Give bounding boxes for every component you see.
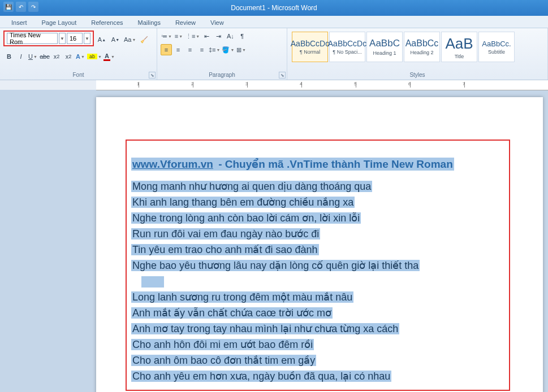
superscript-button[interactable]: x2	[63, 51, 74, 62]
text-line: Run run đôi vai em đau ngày nào bước đi	[131, 226, 504, 242]
font-selector-highlight: Times New Rom ▼ 16 ▼	[3, 31, 94, 46]
horizontal-ruler[interactable]: 1234567	[96, 80, 548, 90]
show-marks-button[interactable]: ¶	[236, 31, 248, 42]
document-workspace: 1234567 www.Vforum.vn - Chuyển mã .VnTim…	[0, 80, 548, 392]
text-line: Anh mắt ấy vẫn chất chứa caœ trời ước mơ	[131, 305, 504, 321]
italic-button[interactable]: I	[15, 51, 27, 62]
tab-page-layout[interactable]: Page Layout	[35, 18, 84, 28]
quick-access-toolbar: 💾 ↶ ↷	[3, 2, 38, 12]
highlight-button[interactable]: ab▼	[87, 51, 102, 62]
text-line: Nghe bao yêu thương lâu nay dặn lòng cố …	[131, 258, 504, 273]
bullets-button[interactable]: ≔▼	[161, 31, 172, 42]
undo-icon[interactable]: ↶	[16, 2, 26, 12]
font-group: Times New Rom ▼ 16 ▼ A▲ A▼ Aa▼ 🧹 B I U▼ …	[0, 28, 157, 80]
change-case-button[interactable]: Aa▼	[123, 34, 136, 45]
borders-button[interactable]: ⊞▼	[235, 44, 247, 55]
numbering-button[interactable]: ≡▼	[173, 31, 184, 42]
ribbon: Times New Rom ▼ 16 ▼ A▲ A▼ Aa▼ 🧹 B I U▼ …	[0, 28, 548, 80]
paragraph-group: ≔▼ ≡▼ ⋮≡▼ ⇤ ⇥ A↓ ¶ ≡ ≡ ≡ ≡ ‡≡▼ 🪣▼ ⊞▼ Par…	[157, 28, 287, 80]
text-line	[131, 273, 504, 289]
underline-button[interactable]: U▼	[27, 51, 38, 62]
style-item[interactable]: AaBbCcDc¶ Normal	[292, 32, 328, 62]
text-line: Nghe trong lòng anh còn bao lời cám ơn, …	[131, 210, 504, 226]
content-highlight-frame: www.Vforum.vn - Chuyển mã .VnTime thành …	[126, 140, 510, 391]
save-icon[interactable]: 💾	[3, 2, 14, 12]
font-name-dropdown-icon[interactable]: ▼	[59, 33, 66, 44]
paragraph-dialog-launcher-icon[interactable]: ⬊	[279, 72, 286, 79]
text-line: Cho anh yêu em hơn xưa, ngày buồn đã qua…	[131, 368, 504, 384]
grow-font-button[interactable]: A▲	[96, 34, 107, 45]
style-item[interactable]: AaBbCc.Subtitle	[478, 32, 515, 62]
tab-references[interactable]: References	[84, 18, 130, 28]
font-dialog-launcher-icon[interactable]: ⬊	[149, 72, 156, 79]
text-effects-button[interactable]: A▼	[75, 51, 86, 62]
text-line: Cho anh hôn đôi mi em ướt bao đêm rồi	[131, 337, 504, 352]
sort-button[interactable]: A↓	[225, 31, 236, 42]
align-left-button[interactable]: ≡	[161, 44, 172, 55]
decrease-indent-button[interactable]: ⇤	[201, 31, 212, 42]
document-heading: www.Vforum.vn - Chuyển mã .VnTime thành …	[131, 158, 504, 171]
ribbon-tabs: Insert Page Layout References Mailings R…	[0, 16, 548, 28]
line-spacing-button[interactable]: ‡≡▼	[208, 44, 221, 55]
bold-button[interactable]: B	[3, 51, 15, 62]
text-line: Anh mơ tay trong tay nhau mình lại như c…	[131, 321, 504, 337]
font-name-combo[interactable]: Times New Rom	[7, 33, 58, 44]
paragraph-group-label: Paragraph	[161, 71, 283, 79]
text-line: Khi anh lang thang bên em đường chiều nắ…	[131, 194, 504, 210]
tab-review[interactable]: Review	[169, 18, 202, 28]
text-line: Tin yêu em trao cho anh mất đi sao đành	[131, 242, 504, 258]
shrink-font-button[interactable]: A▼	[110, 34, 121, 45]
text-line: Cho anh ôm bao cô đơn thắt tim em gầy	[131, 352, 504, 368]
redo-icon[interactable]: ↷	[28, 2, 38, 12]
align-right-button[interactable]: ≡	[184, 44, 196, 55]
font-name-value: Times New Rom	[10, 32, 55, 45]
tab-view[interactable]: View	[204, 18, 231, 28]
text-line: Long lanh sương ru trong đêm một màu mắt…	[131, 289, 504, 305]
styles-group: AaBbCcDc¶ NormalAaBbCcDc¶ No Spaci...AaB…	[287, 28, 548, 80]
font-group-label: Font	[3, 71, 153, 79]
subscript-button[interactable]: x2	[51, 51, 62, 62]
document-body-text[interactable]: Mong manh như hương ai quen dịu dàng tho…	[131, 178, 504, 384]
document-page[interactable]: www.Vforum.vn - Chuyển mã .VnTime thành …	[96, 97, 543, 392]
styles-gallery[interactable]: AaBbCcDc¶ NormalAaBbCcDc¶ No Spaci...AaB…	[291, 31, 544, 63]
title-bar: 💾 ↶ ↷ Document1 - Microsoft Word	[0, 0, 548, 16]
font-size-combo[interactable]: 16	[67, 33, 83, 44]
window-title: Document1 - Microsoft Word	[231, 4, 317, 12]
clear-formatting-button[interactable]: 🧹	[139, 34, 150, 45]
style-item[interactable]: AaBbCHeading 1	[366, 32, 403, 62]
font-size-value: 16	[70, 35, 76, 42]
text-line: Mong manh như hương ai quen dịu dàng tho…	[131, 178, 504, 194]
increase-indent-button[interactable]: ⇥	[213, 31, 224, 42]
style-item[interactable]: AaBbCcDc¶ No Spaci...	[329, 32, 365, 62]
styles-group-label: Styles	[291, 71, 544, 79]
heading-link[interactable]: www.Vforum.vn	[131, 158, 214, 171]
align-center-button[interactable]: ≡	[172, 44, 184, 55]
multilevel-list-button[interactable]: ⋮≡▼	[185, 31, 200, 42]
heading-rest: - Chuyển mã .VnTime thành Time New Roman	[214, 158, 454, 171]
font-color-button[interactable]: A▼	[103, 51, 115, 62]
shading-button[interactable]: 🪣▼	[221, 44, 235, 55]
tab-insert[interactable]: Insert	[5, 18, 34, 28]
style-item[interactable]: AaBTitle	[441, 32, 477, 62]
tab-mailings[interactable]: Mailings	[131, 18, 167, 28]
font-size-dropdown-icon[interactable]: ▼	[84, 33, 90, 44]
strikethrough-button[interactable]: abc	[39, 51, 50, 62]
style-item[interactable]: AaBbCcHeading 2	[404, 32, 440, 62]
justify-button[interactable]: ≡	[196, 44, 208, 55]
